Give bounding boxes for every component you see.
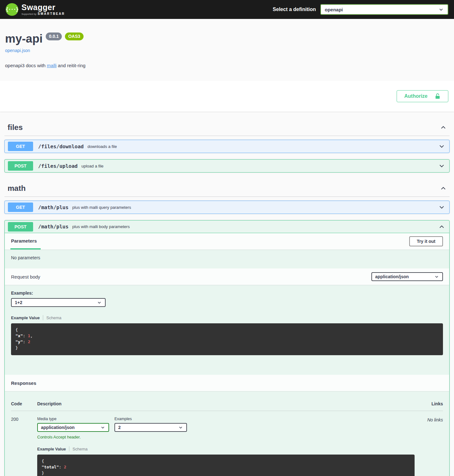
op-summary[interactable]: GET /math/plus plus with malli query par… xyxy=(5,201,449,214)
responses-title: Responses xyxy=(11,380,36,386)
responses-table-header: Code Description Links xyxy=(11,397,443,411)
media-type-label: Media type xyxy=(37,417,109,421)
response-example-code[interactable]: { "total": 2} xyxy=(37,455,415,476)
method-badge: POST xyxy=(8,222,33,232)
tag-section-math: math GET /math/plus plus with malli quer… xyxy=(4,180,450,476)
request-body-title: Request body xyxy=(11,274,40,279)
column-header-description: Description xyxy=(37,401,415,406)
op-path[interactable]: /files/upload xyxy=(38,163,78,169)
malli-link[interactable]: malli xyxy=(47,63,57,68)
topbar: {···} Swagger Supported by SMARTBEAR Sel… xyxy=(0,0,454,19)
response-row-200: 200 Media type application/json xyxy=(11,411,443,476)
request-body-content: Examples: 1+2 Example Value Schema { "x"… xyxy=(5,285,449,368)
chevron-down-icon xyxy=(178,425,183,430)
response-description-cell: Media type application/json Examples xyxy=(37,417,415,476)
response-media-type-select[interactable]: application/json xyxy=(37,423,109,432)
oas3-badge: OAS3 xyxy=(65,32,83,40)
responses-section-header: Responses xyxy=(5,375,449,391)
tag-title: files xyxy=(8,123,23,132)
spec-url-link[interactable]: openapi.json xyxy=(5,48,30,53)
opblock-post-files-upload: POST /files/upload upload a file xyxy=(4,159,450,173)
tab-separator xyxy=(43,315,43,320)
tab-example-value[interactable]: Example Value xyxy=(11,315,40,320)
tag-header-files[interactable]: files xyxy=(4,119,450,136)
opblock-get-files-download: GET /files/download downloads a file xyxy=(4,140,450,153)
version-badge: 0.0.1 xyxy=(46,32,62,40)
logo-tagline: Supported by SMARTBEAR xyxy=(21,12,65,15)
chevron-up-icon[interactable] xyxy=(440,124,446,131)
chevron-down-icon xyxy=(434,274,439,279)
method-badge: POST xyxy=(8,161,33,171)
response-status-code: 200 xyxy=(11,417,37,476)
op-summary-text: upload a file xyxy=(81,164,103,168)
chevron-down-icon xyxy=(438,7,444,12)
model-tabs: Example Value Schema xyxy=(11,315,443,320)
authorize-button[interactable]: Authorize xyxy=(397,90,448,102)
op-summary-text: plus with malli body parameters xyxy=(72,224,130,229)
op-path[interactable]: /math/plus xyxy=(38,204,68,210)
no-parameters-text: No parameters xyxy=(5,250,449,268)
column-header-links: Links xyxy=(415,401,443,406)
response-examples-label: Examples xyxy=(114,417,187,421)
page-title: my-api xyxy=(5,32,43,45)
opblock-post-math-plus: POST /math/plus plus with malli body par… xyxy=(4,220,450,476)
examples-label: Examples: xyxy=(11,291,443,296)
tag-section-files: files GET /files/download downloads a fi… xyxy=(4,119,450,173)
tag-header-math[interactable]: math xyxy=(4,180,450,197)
op-summary[interactable]: POST /math/plus plus with malli body par… xyxy=(5,220,449,233)
request-example-code[interactable]: { "x": 1, "y": 2} xyxy=(11,323,443,355)
response-links-value: No links xyxy=(415,417,443,476)
tab-example-value[interactable]: Example Value xyxy=(37,447,66,451)
swagger-logo[interactable]: {···} Swagger Supported by SMARTBEAR xyxy=(6,3,65,16)
chevron-down-icon xyxy=(100,425,105,430)
select-definition-label: Select a definition xyxy=(273,7,316,12)
logo-title: Swagger xyxy=(21,3,65,11)
tab-schema[interactable]: Schema xyxy=(46,315,61,320)
chevron-down-icon[interactable] xyxy=(437,204,446,210)
chevron-down-icon[interactable] xyxy=(437,163,446,169)
tag-title: math xyxy=(8,184,26,193)
swagger-braces-icon: {···} xyxy=(6,3,18,16)
opblock-body: Parameters Try it out No parameters Requ… xyxy=(5,233,449,476)
method-badge: GET xyxy=(8,142,33,151)
chevron-up-icon[interactable] xyxy=(440,185,446,191)
response-example-select[interactable]: 2 xyxy=(114,423,187,432)
request-body-section-header: Request body application/json xyxy=(5,268,449,285)
try-it-out-button[interactable]: Try it out xyxy=(409,236,443,246)
scheme-container: Authorize xyxy=(0,81,454,112)
request-example-select[interactable]: 1+2 xyxy=(11,298,106,307)
chevron-down-icon[interactable] xyxy=(437,143,446,150)
tab-schema[interactable]: Schema xyxy=(73,447,88,451)
chevron-up-icon[interactable] xyxy=(437,224,446,230)
responses-wrapper: Responses Code Description Links 200 xyxy=(5,375,449,476)
op-summary-text: downloads a file xyxy=(88,144,117,149)
active-tab-indicator xyxy=(10,248,41,250)
unlock-icon xyxy=(434,93,441,99)
column-header-code: Code xyxy=(11,401,37,406)
op-summary[interactable]: GET /files/download downloads a file xyxy=(5,140,449,153)
op-path[interactable]: /files/download xyxy=(38,144,84,150)
op-path[interactable]: /math/plus xyxy=(38,224,68,230)
method-badge: GET xyxy=(8,203,33,212)
controls-accept-header-note: Controls Accept header. xyxy=(37,435,415,439)
responses-inner: Code Description Links 200 Media type xyxy=(5,391,449,476)
api-description: openapi3 docs with malli and reitit-ring xyxy=(5,63,449,68)
opblock-get-math-plus: GET /math/plus plus with malli query par… xyxy=(4,201,450,214)
tab-separator xyxy=(69,446,69,451)
chevron-down-icon xyxy=(97,300,102,305)
model-tabs: Example Value Schema xyxy=(37,446,415,451)
op-summary[interactable]: POST /files/upload upload a file xyxy=(5,160,449,172)
parameters-section-header: Parameters Try it out xyxy=(5,233,449,250)
information-container: my-api 0.0.1 OAS3 openapi.json openapi3 … xyxy=(0,19,454,81)
tab-parameters[interactable]: Parameters xyxy=(11,233,37,250)
definition-select[interactable]: openapi xyxy=(320,4,448,15)
request-content-type-select[interactable]: application/json xyxy=(371,272,443,281)
op-summary-text: plus with malli query parameters xyxy=(72,205,131,210)
